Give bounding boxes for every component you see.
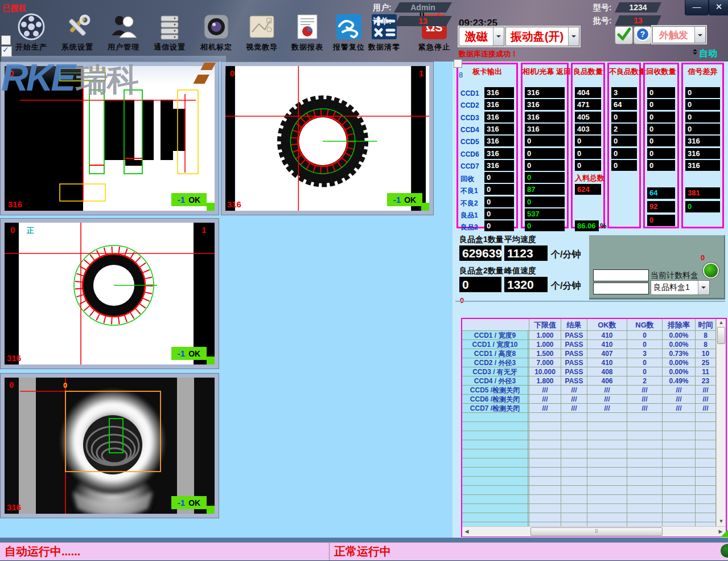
box1-count-label: 良品盒1数量 (459, 235, 504, 245)
chevron-down-icon[interactable] (694, 27, 705, 43)
result-data-cell (627, 504, 663, 513)
vertical-scrollbar[interactable]: ▲▼ (716, 319, 726, 526)
result-row-label (462, 513, 529, 522)
result-row-label (462, 486, 529, 495)
result-data-cell: /// (663, 404, 696, 413)
result-data-cell (561, 504, 587, 513)
stats-value-cell: 316 (484, 99, 514, 110)
result-ok: OK (188, 498, 200, 507)
toolbar-label: 开始生产 (9, 42, 54, 52)
stats-value-cell: 316 (484, 160, 514, 171)
toolbar-start-production[interactable]: 开始生产 (9, 13, 54, 58)
result-data-cell (663, 468, 696, 477)
svg-text:0: 0 (9, 380, 14, 390)
result-value: -1 (178, 498, 185, 507)
scroll-down-arrow[interactable]: ▼ (717, 518, 726, 524)
toolbar-vision-teaching[interactable]: 视觉教导 (239, 13, 285, 58)
stats-value-cell: 316 (484, 87, 514, 98)
batch-field[interactable]: 13 (615, 15, 661, 26)
order-field[interactable]: 13 (394, 16, 452, 26)
camera-view-ccd2[interactable]: 0 1 316 -1 OK (221, 62, 434, 215)
result-data-cell (561, 495, 587, 504)
result-data-cell (627, 449, 663, 458)
result-data-cell: PASS (561, 340, 587, 349)
user-field[interactable]: Admin (394, 2, 452, 13)
help-button[interactable]: ? (634, 26, 652, 44)
result-data-cell: /// (663, 386, 696, 395)
stats-col-3: 不良品数量36402000 (607, 63, 641, 228)
result-data-cell: 10 (696, 349, 716, 358)
toolbar-comm-settings[interactable]: 通信设置 (147, 13, 192, 58)
camera-view-ccd4[interactable]: 0 0 316 -1 OK (0, 373, 219, 518)
result-data-cell: 408 (587, 367, 627, 376)
scroll-up-arrow[interactable]: ▲ (717, 320, 726, 325)
result-data-cell: PASS (561, 376, 587, 386)
result-data-cell (696, 413, 716, 422)
pass-rate-value: 86.06 (575, 220, 599, 231)
stats-value-cell: 0 (484, 196, 514, 207)
stats-checkbox[interactable] (454, 59, 462, 68)
feed-total-label: 入料总数 (575, 173, 604, 183)
result-row-label (462, 468, 529, 477)
result-data-cell: 410 (587, 340, 627, 349)
chevron-down-icon[interactable] (698, 281, 709, 294)
auto-spinner[interactable] (692, 47, 697, 57)
stats-value-cell: 471 (575, 99, 601, 110)
result-data-cell (627, 440, 663, 449)
trigger-dropdown[interactable]: 外触发 (652, 26, 706, 43)
camera-view-ccd3[interactable]: 正 0 1 316 -1 OK (0, 218, 219, 369)
stats-table: 板卡输出CCD1316CCD2316CCD3316CCD4316CCD5316C… (455, 62, 726, 231)
result-data-cell (529, 513, 561, 522)
chevron-down-icon[interactable] (568, 27, 579, 46)
ccd4-grip (207, 506, 215, 514)
horizontal-scrollbar[interactable]: ◀▶⠿ (462, 526, 726, 537)
scroll-left-arrow[interactable]: ◀ (463, 529, 470, 534)
result-data-cell (663, 422, 696, 431)
users-icon (109, 13, 138, 41)
chevron-down-icon[interactable] (493, 27, 504, 46)
trigger-label: 外触发 (653, 28, 694, 42)
result-data-cell (627, 495, 663, 504)
close-button[interactable]: ✕ (709, 0, 728, 15)
result-data-cell: 1.000 (529, 340, 561, 349)
confirm-button[interactable] (615, 26, 633, 44)
toolbar-system-settings[interactable]: 系统设置 (55, 13, 100, 58)
result-value: -1 (178, 195, 185, 204)
toolbar-camera-calibration[interactable]: 相机标定 (194, 13, 239, 58)
ccd1-result-badge: -1 OK (171, 193, 207, 206)
result-data-cell (696, 504, 716, 513)
result-data-cell (561, 513, 587, 522)
table-resize-grip[interactable] (721, 529, 728, 537)
tray-indicator-count: 0 (701, 253, 705, 262)
vertical-scroll-thumb[interactable] (717, 327, 725, 344)
stats-value-cell: 316 (484, 136, 514, 146)
current-tray-label: 当前计数料盒 (651, 271, 698, 281)
excite-dropdown[interactable]: 激磁 (459, 27, 504, 46)
result-data-cell: 406 (587, 376, 627, 386)
tray-input-1[interactable] (593, 269, 649, 281)
run-status-text: 自动运行中...... (0, 544, 80, 559)
camera-view-ccd1[interactable]: 0 316 -1 OK (0, 62, 219, 215)
result-data-cell (663, 486, 696, 495)
current-tray-dropdown[interactable]: 良品料盒1 (651, 280, 710, 295)
result-data-cell (587, 486, 627, 495)
result-row-label: CCD6 /检测关闭 (462, 395, 529, 404)
toolbar-label: 用户管理 (101, 42, 146, 52)
model-field[interactable]: 1234 (615, 2, 661, 13)
tray-input-2[interactable] (593, 282, 649, 294)
toolbar-data-report[interactable]: 数据报表 (285, 13, 330, 58)
result-row-label (462, 504, 529, 513)
minimize-button[interactable]: — (685, 0, 709, 15)
result-data-cell (587, 513, 627, 522)
film-wheel-icon (17, 13, 46, 41)
toolbar-user-management[interactable]: 用户管理 (101, 13, 146, 58)
horizontal-scroll-thumb[interactable]: ⠿ (530, 527, 663, 536)
stats-value-cell: 316 (685, 148, 720, 159)
result-table: 下限值结果OK数NG数排除率时间CCD1 / 宽度91.000PASS41000… (461, 318, 727, 537)
vibrator-dropdown[interactable]: 振动盘(开) (505, 27, 579, 46)
tray-panel: 0 当前计数料盒 良品料盒1 (589, 235, 725, 300)
stats-col-header: 不良品数量 (609, 67, 639, 77)
tools-icon (63, 13, 92, 41)
result-data-cell (587, 449, 627, 458)
result-header-cell: 时间 (696, 319, 716, 331)
